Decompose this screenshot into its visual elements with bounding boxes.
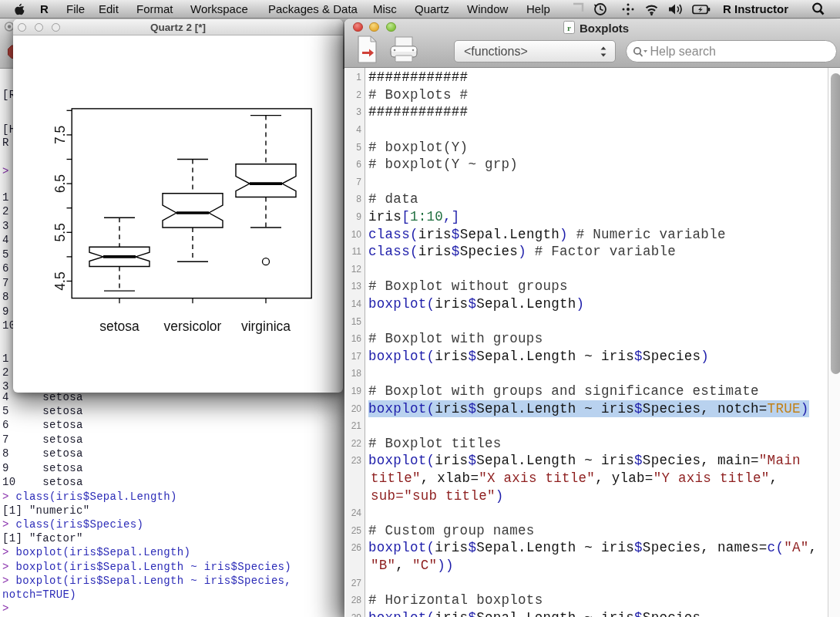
svg-text:virginica: virginica bbox=[241, 319, 291, 334]
svg-text:versicolor: versicolor bbox=[164, 319, 222, 334]
svg-text:7.5: 7.5 bbox=[52, 126, 68, 144]
svg-text:6.5: 6.5 bbox=[52, 174, 68, 193]
svg-text:setosa: setosa bbox=[99, 319, 139, 334]
svg-text:r: r bbox=[567, 23, 571, 32]
svg-text:5.5: 5.5 bbox=[52, 223, 68, 241]
svg-text:4.5: 4.5 bbox=[52, 271, 68, 290]
